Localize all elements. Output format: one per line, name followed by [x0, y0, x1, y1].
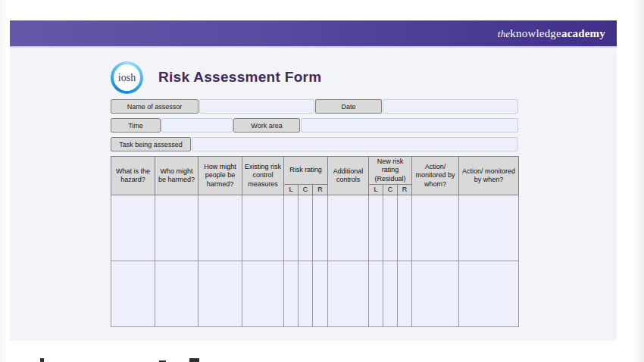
table-cell[interactable] [412, 261, 459, 327]
table-cell[interactable] [398, 261, 412, 327]
time-input[interactable] [161, 118, 233, 133]
col-header-additional: Additional controls [328, 157, 369, 195]
name-of-assessor-label: Name of assessor [111, 99, 199, 114]
table-cell[interactable] [299, 195, 313, 261]
col-header-who: Who might be harmed? [155, 157, 199, 195]
date-label: Date [315, 99, 382, 114]
work-area-input[interactable] [301, 118, 518, 133]
table-cell[interactable] [284, 195, 299, 261]
table-cell[interactable] [199, 261, 242, 327]
task-being-assessed-label: Task being assessed [111, 137, 191, 151]
work-area-label: Work area [233, 118, 300, 133]
table-cell[interactable] [199, 195, 242, 261]
sub-header-l: L [369, 184, 383, 195]
table-cell[interactable] [412, 195, 459, 261]
iosh-logo-text: iosh [111, 61, 143, 94]
table-cell[interactable] [313, 261, 328, 327]
col-header-existing: Existing risk control measures [242, 157, 284, 195]
table-cell[interactable] [459, 261, 519, 327]
table-cell[interactable] [284, 261, 299, 327]
page-edge-shadow [0, 0, 8, 362]
table-cell[interactable] [398, 195, 412, 261]
table-cell[interactable] [383, 261, 398, 327]
col-header-when: Action/ monitored by when? [459, 157, 519, 195]
table-cell[interactable] [383, 195, 398, 261]
meta-row-2: Time Work area [111, 118, 518, 133]
table-cell[interactable] [242, 195, 284, 261]
brand-academy: academy [561, 27, 605, 39]
table-cell[interactable] [328, 261, 369, 327]
col-header-hazard: What is the hazard? [111, 157, 155, 195]
table-cell[interactable] [369, 195, 383, 261]
col-header-how: How might people be harmed? [199, 157, 242, 195]
table-cell[interactable] [155, 261, 199, 327]
sub-header-r: R [313, 184, 328, 195]
table-cell[interactable] [111, 195, 155, 261]
table-cell[interactable] [242, 261, 284, 327]
site-header-bar: theknowledgeacademy [10, 20, 617, 46]
table-cell[interactable] [328, 195, 369, 261]
sub-header-r: R [398, 184, 412, 195]
sub-header-l: L [284, 184, 299, 195]
table-cell[interactable] [313, 195, 328, 261]
col-header-whom: Action/ monitored by whom? [412, 157, 459, 195]
table-cell[interactable] [459, 195, 519, 261]
page-title: Risk Assessment Form [158, 69, 321, 86]
time-label: Time [111, 118, 161, 133]
table-cell[interactable] [369, 261, 383, 327]
sub-header-c: C [299, 184, 313, 195]
col-header-risk-rating: Risk rating [284, 157, 328, 185]
brand-knowledge: knowledge [510, 27, 561, 39]
meta-row-3: Task being assessed [111, 137, 517, 151]
name-of-assessor-input[interactable] [199, 99, 314, 114]
date-input[interactable] [383, 99, 518, 114]
table-cell[interactable] [155, 195, 199, 261]
clipped-heading-fragment [40, 358, 44, 362]
risk-assessment-table: What is the hazard? Who might be harmed?… [111, 156, 519, 327]
table-row [111, 261, 519, 327]
table-cell[interactable] [299, 261, 313, 327]
clipped-heading-fragment [189, 358, 199, 362]
col-header-new-risk-rating: New risk rating (Residual) [369, 157, 412, 185]
task-being-assessed-input[interactable] [192, 137, 517, 151]
page-edge-shadow [632, 0, 644, 362]
iosh-logo-icon: iosh [111, 61, 143, 94]
table-row [111, 195, 519, 261]
sub-header-c: C [383, 184, 398, 195]
table-cell[interactable] [111, 261, 155, 327]
knowledge-academy-logo[interactable]: theknowledgeacademy [498, 27, 605, 40]
meta-row-1: Name of assessor Date [111, 99, 518, 114]
brand-the: the [498, 28, 510, 39]
